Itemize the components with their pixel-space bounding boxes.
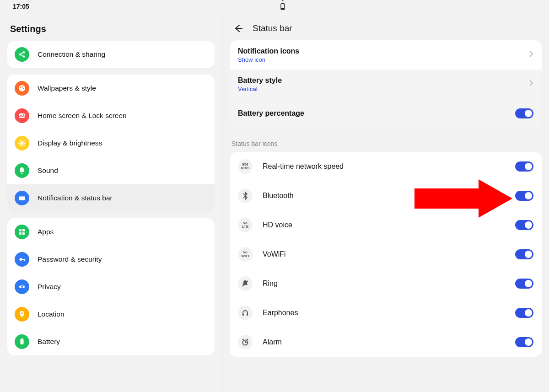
icon-setting-earphones[interactable]: Earphones — [230, 298, 542, 328]
svg-rect-23 — [19, 196, 25, 197]
svg-point-28 — [20, 258, 22, 261]
toggle-hd-voice[interactable] — [515, 220, 533, 230]
pin-icon — [15, 307, 29, 322]
svg-rect-36 — [242, 314, 244, 316]
icon-setting-label: HD voice — [263, 221, 505, 229]
share-icon — [15, 47, 29, 62]
icon-setting-hd-voice[interactable]: VoLTEHD voice — [230, 210, 542, 240]
toggle-bluetooth[interactable] — [515, 191, 533, 201]
icon-setting-vowifi[interactable]: VoWiFiVoWiFi — [230, 240, 542, 269]
icon-setting-ring[interactable]: Ring — [230, 269, 542, 298]
settings-title: Settings — [0, 13, 222, 41]
sidebar-item-label: Connection & sharing — [38, 50, 105, 59]
icon-setting-label: Real-time network speed — [263, 162, 505, 171]
svg-rect-24 — [19, 229, 22, 231]
key-icon — [15, 252, 29, 267]
svg-rect-1 — [282, 3, 283, 4]
icon-setting-bluetooth[interactable]: Bluetooth — [230, 181, 542, 210]
ring-icon — [238, 276, 253, 291]
alarm-icon — [238, 335, 253, 349]
sidebar-item-sound[interactable]: Sound — [7, 157, 215, 184]
svg-rect-25 — [22, 229, 25, 231]
toggle-network-speed[interactable] — [515, 161, 533, 172]
svg-rect-27 — [22, 232, 25, 235]
sidebar-item-location[interactable]: Location — [7, 301, 215, 328]
sidebar-item-privacy[interactable]: Privacy — [7, 273, 215, 301]
svg-rect-34 — [22, 338, 23, 339]
icon-setting-network-speed[interactable]: 956KB/SReal-time network speed — [230, 152, 542, 181]
bt-icon — [238, 188, 253, 203]
sidebar-item-label: Sound — [38, 166, 58, 175]
svg-point-32 — [21, 312, 23, 314]
svg-point-5 — [23, 55, 25, 57]
icon-setting-alarm[interactable]: Alarm — [230, 328, 542, 357]
sidebar-item-label: Privacy — [38, 283, 61, 291]
svg-point-11 — [23, 114, 24, 115]
settings-list[interactable]: Connection & sharingWallpapers & styleHo… — [0, 41, 222, 392]
sidebar-item-home-lock[interactable]: Home screen & Lock screen — [7, 102, 215, 129]
eye-icon — [15, 279, 29, 294]
sidebar-item-display[interactable]: Display & brightness — [7, 129, 215, 157]
section-label: Status bar icons — [230, 136, 542, 152]
svg-point-21 — [21, 172, 22, 174]
svg-line-19 — [24, 141, 24, 141]
arrow-left-icon — [233, 23, 243, 33]
toggle-battery-percentage[interactable] — [515, 108, 533, 118]
sidebar-item-label: Display & brightness — [38, 139, 102, 147]
svg-rect-37 — [247, 314, 248, 316]
sidebar-item-label: Wallpapers & style — [38, 84, 96, 92]
settings-sidebar: Settings Connection & sharingWallpapers … — [0, 13, 222, 392]
icon-setting-label: Bluetooth — [263, 192, 505, 200]
detail-pane: Status bar Notification iconsShow iconBa… — [222, 13, 549, 392]
sidebar-item-connection-sharing[interactable]: Connection & sharing — [7, 41, 215, 68]
status-time: 17:05 — [13, 3, 29, 10]
setting-battery-percentage[interactable]: Battery percentage — [230, 99, 542, 128]
sidebar-item-password[interactable]: Password & security — [7, 246, 215, 273]
toggle-ring[interactable] — [515, 279, 533, 289]
sidebar-item-battery[interactable]: Battery — [7, 328, 215, 355]
bell-icon — [15, 163, 29, 178]
svg-line-20 — [20, 145, 20, 145]
icon-setting-label: Alarm — [263, 338, 505, 346]
toggle-alarm[interactable] — [515, 337, 533, 347]
sidebar-item-wallpapers[interactable]: Wallpapers & style — [7, 75, 215, 102]
svg-point-4 — [23, 51, 25, 53]
back-button[interactable] — [232, 23, 243, 34]
vowifi-icon: VoWiFi — [238, 247, 253, 262]
svg-line-17 — [20, 141, 20, 141]
palette-icon — [15, 81, 29, 96]
sidebar-item-notification-statusbar[interactable]: Notification & status bar — [7, 184, 215, 212]
sidebar-item-label: Battery — [38, 338, 60, 346]
svg-point-8 — [22, 86, 23, 87]
svg-point-6 — [19, 85, 25, 91]
chevron-right-icon — [529, 80, 533, 89]
toggle-vowifi[interactable] — [515, 249, 533, 259]
bluetooth-icon — [280, 0, 285, 1]
setting-title: Battery percentage — [238, 109, 515, 118]
chevron-right-icon — [529, 50, 533, 59]
svg-line-18 — [24, 145, 24, 145]
setting-notification-icons[interactable]: Notification iconsShow icon — [230, 40, 542, 70]
svg-point-12 — [21, 142, 24, 145]
sidebar-item-label: Home screen & Lock screen — [38, 112, 127, 120]
icon-setting-label: Ring — [263, 279, 505, 288]
setting-subtitle: Show icon — [238, 56, 529, 63]
setting-title: Notification icons — [238, 47, 529, 55]
sidebar-item-apps[interactable]: Apps — [7, 218, 215, 246]
icon-setting-label: Earphones — [263, 309, 505, 317]
sidebar-item-label: Apps — [38, 228, 54, 236]
toggle-earphones[interactable] — [515, 308, 533, 318]
head-icon — [238, 306, 253, 320]
setting-subtitle: Vertical — [238, 86, 529, 92]
detail-scroll[interactable]: Notification iconsShow iconBattery style… — [222, 40, 549, 392]
volte-icon: VoLTE — [238, 218, 253, 232]
sun-icon — [15, 136, 29, 150]
svg-line-40 — [247, 339, 248, 340]
svg-point-31 — [21, 286, 23, 288]
sidebar-item-label: Password & security — [38, 255, 102, 263]
icon-setting-label: VoWiFi — [263, 250, 505, 258]
setting-battery-style[interactable]: Battery styleVertical — [230, 70, 542, 99]
svg-rect-2 — [281, 8, 284, 9]
page-title: Status bar — [253, 23, 292, 33]
picture-icon — [15, 108, 29, 123]
